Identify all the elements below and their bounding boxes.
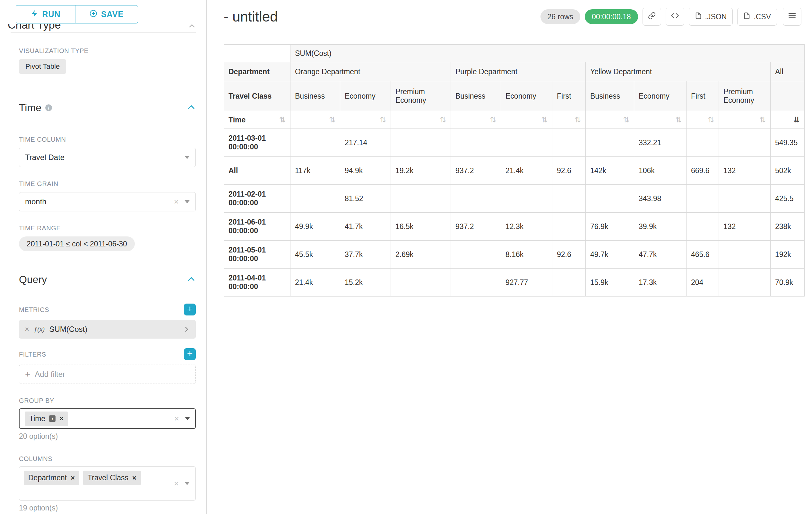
query-timer-badge: 00:00:00.18 xyxy=(585,9,638,24)
remove-tag-icon[interactable]: × xyxy=(59,414,63,423)
pivot-value-cell xyxy=(451,241,501,269)
clear-icon[interactable]: × xyxy=(174,479,179,488)
sort-icon[interactable]: ⇅ xyxy=(329,116,336,124)
columns-tag[interactable]: Department × xyxy=(24,470,79,485)
sort-icon[interactable]: ⇅ xyxy=(490,116,496,124)
group-by-select[interactable]: Time i × × xyxy=(19,408,196,429)
chevron-down-icon xyxy=(185,417,190,420)
export-json-button[interactable]: .JSON xyxy=(689,8,733,26)
columns-label: COLUMNS xyxy=(19,455,196,463)
chevron-down-icon xyxy=(184,200,190,204)
pivot-class-header: Business xyxy=(451,81,501,111)
pivot-value-cell xyxy=(586,185,634,213)
export-csv-button[interactable]: .CSV xyxy=(737,8,777,26)
group-by-options-hint: 20 option(s) xyxy=(19,432,196,441)
chevron-down-icon xyxy=(184,156,190,159)
sort-icon[interactable]: ⇅ xyxy=(541,116,548,124)
pivot-value-cell: 37.7k xyxy=(340,241,391,269)
pivot-data-row: 2011-03-01 00:00:00217.14332.21549.35 xyxy=(224,129,805,157)
chevron-right-icon[interactable] xyxy=(183,326,190,333)
sort-icon[interactable]: ⇅ xyxy=(623,116,629,124)
save-button-label: SAVE xyxy=(101,10,123,19)
info-icon: i xyxy=(45,104,52,111)
sort-icon[interactable]: ⇅ xyxy=(380,116,386,124)
columns-select[interactable]: Department × Travel Class × × xyxy=(19,466,196,501)
clear-icon[interactable]: × xyxy=(174,414,179,423)
pivot-value-cell xyxy=(451,269,501,297)
add-metric-button[interactable]: + xyxy=(184,304,196,316)
more-options-button[interactable] xyxy=(783,8,802,26)
pivot-value-cell: 192k xyxy=(771,241,805,269)
pivot-value-cell: 204 xyxy=(687,269,719,297)
visualization-type-label: VISUALIZATION TYPE xyxy=(19,47,196,55)
sort-icon[interactable]: ⇅ xyxy=(759,116,766,124)
time-column-select[interactable]: Travel Date xyxy=(19,148,196,167)
pivot-value-cell: 92.6 xyxy=(552,241,586,269)
chart-header: - untitled 26 rows 00:00:00.18 xyxy=(207,0,812,26)
pivot-metric-header: SUM(Cost) xyxy=(290,45,805,62)
chart-toolbar: 26 rows 00:00:00.18 .JSON xyxy=(541,8,802,26)
group-by-tag[interactable]: Time i × xyxy=(25,411,68,426)
pivot-value-cell: 76.9k xyxy=(586,213,634,241)
time-column-value: Travel Date xyxy=(25,153,64,162)
time-grain-label: TIME GRAIN xyxy=(19,180,196,188)
sort-icon[interactable]: ⇅ xyxy=(279,116,286,124)
add-filter-plus-button[interactable]: + xyxy=(184,348,196,360)
view-query-button[interactable] xyxy=(666,8,684,26)
chevron-up-icon[interactable] xyxy=(187,275,196,285)
add-filter-button[interactable]: + Add filter xyxy=(19,364,196,384)
pivot-row-label: 2011-02-01 00:00:00 xyxy=(224,185,290,213)
pivot-value-cell xyxy=(552,269,586,297)
copy-link-button[interactable] xyxy=(642,8,661,26)
pivot-value-cell: 937.2 xyxy=(451,213,501,241)
metrics-header-row: METRICS + xyxy=(19,304,196,316)
pivot-value-cell: 142k xyxy=(586,157,634,185)
pivot-group-header: Yellow Department xyxy=(586,62,771,81)
pivot-value-cell: 669.6 xyxy=(687,157,719,185)
pivot-value-cell xyxy=(391,185,451,213)
time-range-value[interactable]: 2011-01-01 ≤ col < 2011-06-30 xyxy=(19,237,135,251)
columns-tag[interactable]: Travel Class × xyxy=(83,470,141,485)
export-csv-label: .CSV xyxy=(754,12,771,21)
pivot-value-cell: 94.9k xyxy=(340,157,391,185)
sort-icon[interactable]: ⇅ xyxy=(440,116,446,124)
run-button[interactable]: RUN xyxy=(16,5,76,23)
pivot-class-header: Economy xyxy=(634,81,687,111)
pivot-value-cell: 465.6 xyxy=(687,241,719,269)
pivot-data-row: 2011-06-01 00:00:0049.9k41.7k16.5k937.21… xyxy=(224,213,805,241)
remove-tag-icon[interactable]: × xyxy=(70,474,75,482)
sort-icon[interactable]: ⇅ xyxy=(708,116,714,124)
time-grain-value: month xyxy=(25,197,47,206)
chevron-up-icon[interactable] xyxy=(187,103,196,113)
pivot-value-cell: 21.4k xyxy=(501,157,552,185)
sort-icon[interactable]: ⇊ xyxy=(793,116,800,124)
pivot-value-cell: 132 xyxy=(719,157,771,185)
pivot-time-label: Time⇅ xyxy=(224,111,290,129)
pivot-value-cell xyxy=(290,185,340,213)
pivot-value-cell: 41.7k xyxy=(340,213,391,241)
remove-metric-icon[interactable]: × xyxy=(25,325,29,334)
query-section-header[interactable]: Query xyxy=(19,274,196,286)
save-button[interactable]: SAVE xyxy=(75,5,138,23)
sort-icon[interactable]: ⇅ xyxy=(675,116,682,124)
pivot-value-cell: 425.5 xyxy=(771,185,805,213)
time-section-title: Time xyxy=(19,102,41,114)
pivot-value-cell xyxy=(687,213,719,241)
sort-icon[interactable]: ⇅ xyxy=(575,116,581,124)
code-icon xyxy=(671,11,679,22)
pivot-value-cell xyxy=(719,185,771,213)
visualization-type-value[interactable]: Pivot Table xyxy=(19,59,66,74)
time-grain-select[interactable]: month × xyxy=(19,192,196,211)
add-filter-label: Add filter xyxy=(35,370,65,379)
pivot-value-cell: 15.9k xyxy=(586,269,634,297)
time-column-label: TIME COLUMN xyxy=(19,136,196,143)
remove-tag-icon[interactable]: × xyxy=(132,474,137,482)
pivot-value-cell: 238k xyxy=(771,213,805,241)
pivot-value-cell: 70.9k xyxy=(771,269,805,297)
time-section-header[interactable]: Time i xyxy=(19,102,196,114)
pivot-group-header: All xyxy=(771,62,805,81)
clear-icon[interactable]: × xyxy=(174,197,179,206)
pivot-value-cell xyxy=(451,129,501,157)
metric-chip[interactable]: × ƒ(x) SUM(Cost) xyxy=(19,320,196,339)
filters-label: FILTERS xyxy=(19,350,46,358)
